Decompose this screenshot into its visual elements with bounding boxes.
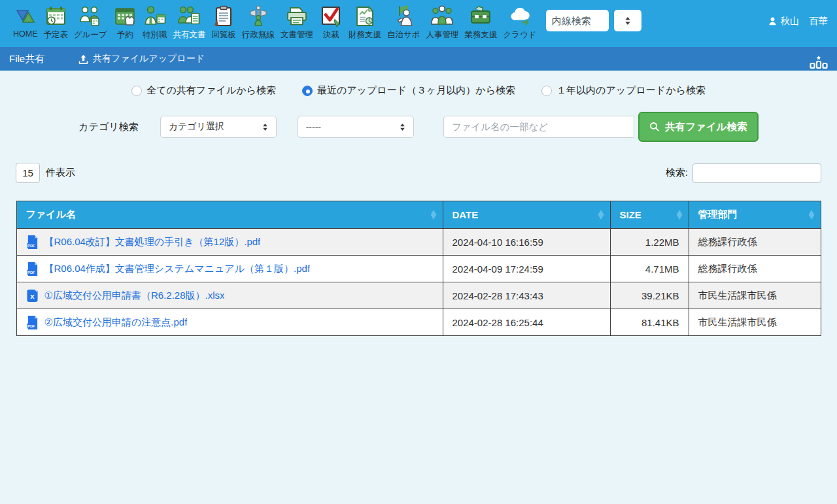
updown-arrows-icon [400, 123, 405, 131]
user-menu[interactable]: 秋山 百華 [768, 15, 828, 27]
radio-label: 最近のアップロード（３ヶ月以内）から検索 [317, 84, 515, 97]
file-link[interactable]: ②広域交付公用申請の注意点.pdf [44, 316, 188, 329]
nav-item-home[interactable]: HOME [12, 5, 39, 39]
filename-search-input[interactable] [443, 116, 634, 138]
nav-item-support[interactable]: 自治サポ [386, 5, 422, 41]
reservation-icon [113, 5, 137, 28]
category-search-row: カテゴリ検索 カテゴリ選択 ----- 共有ファイル検索 [0, 112, 837, 142]
quick-search-label: 検索: [666, 167, 688, 179]
file-link[interactable]: 【R06.04作成】文書管理システムマニュアル（第１版）.pdf [44, 263, 311, 275]
nav-item-wireless[interactable]: 行政無線 [241, 5, 276, 41]
upload-icon [78, 54, 89, 65]
nav-item-label: 業務支援 [464, 29, 497, 41]
nav-item-label: クラウド [503, 29, 536, 41]
shared-file-search-button[interactable]: 共有ファイル検索 [638, 112, 759, 142]
top-navigation-bar: HOME予定表グループ予約特別職共有文書回覧板行政無線文書管理決裁財務支援自治サ… [0, 0, 837, 47]
user-name: 秋山 百華 [781, 15, 828, 27]
extension-search-select[interactable] [614, 10, 641, 31]
nav-item-label: 予定表 [44, 29, 69, 41]
quick-search-input[interactable] [692, 163, 821, 183]
nav-item-business[interactable]: 業務支援 [463, 5, 498, 41]
home-icon [14, 5, 37, 28]
schedule-icon [44, 5, 67, 28]
group-icon [78, 5, 102, 28]
updown-arrows-icon [624, 16, 631, 25]
radio-label: 全ての共有ファイルから検索 [146, 84, 276, 97]
sort-icon[interactable] [809, 210, 815, 220]
column-header-department[interactable]: 管理部門 [689, 201, 821, 229]
radio-circle-icon[interactable] [541, 86, 552, 96]
user-icon [768, 16, 777, 26]
svg-text:PDF: PDF [27, 243, 35, 247]
nav-item-circular-board[interactable]: 回覧板 [210, 5, 237, 41]
upload-label: 共有ファイルアップロード [93, 53, 205, 65]
file-date: 2024-02-28 16:25:44 [443, 309, 610, 336]
file-department: 市民生活課市民係 [689, 309, 821, 336]
file-department: 総務課行政係 [689, 256, 821, 282]
column-header-filename[interactable]: ファイル名 [16, 201, 443, 229]
nav-item-label: 財務支援 [349, 29, 381, 41]
nav-item-hr[interactable]: 人事管理 [424, 5, 460, 41]
file-size: 4.71MB [610, 256, 689, 282]
ranking-icon[interactable] [810, 55, 828, 69]
pdf-file-icon: PDF [26, 235, 39, 250]
nav-item-reservation[interactable]: 予約 [112, 5, 138, 41]
nav-item-finance[interactable]: 財務支援 [347, 5, 383, 41]
nav-item-label: 特別職 [143, 29, 167, 41]
radio-label: １年以内のアップロードから検索 [556, 84, 706, 97]
per-page-label: 件表示 [46, 167, 75, 179]
page-title: File共有 [9, 53, 78, 65]
topnav-items: HOME予定表グループ予約特別職共有文書回覧板行政無線文書管理決裁財務支援自治サ… [12, 5, 538, 41]
nav-item-executive[interactable]: 特別職 [141, 5, 169, 41]
radio-within-1year[interactable]: １年以内のアップロードから検索 [541, 84, 706, 97]
category-select[interactable]: カテゴリ選択 [160, 116, 277, 138]
sort-icon[interactable] [677, 210, 683, 220]
sort-icon[interactable] [431, 210, 437, 220]
subcategory-select[interactable]: ----- [298, 116, 414, 138]
radio-recent-3months[interactable]: 最近のアップロード（３ヶ月以内）から検索 [302, 84, 515, 97]
nav-item-approval[interactable]: 決裁 [318, 5, 344, 41]
sort-icon[interactable] [598, 210, 604, 220]
file-size: 39.21KB [610, 282, 689, 309]
column-header-date[interactable]: DATE [443, 201, 610, 229]
table-body: PDF【R06.04改訂】文書処理の手引き（第12版）.pdf2024-04-1… [16, 229, 821, 336]
pdf-file-icon: PDF [26, 261, 39, 277]
nav-item-doc-management[interactable]: 文書管理 [279, 5, 315, 41]
nav-item-schedule[interactable]: 予定表 [43, 5, 70, 41]
file-link[interactable]: 【R06.04改訂】文書処理の手引き（第12版）.pdf [44, 236, 261, 248]
shared-files-table: ファイル名DATESIZE管理部門 PDF【R06.04改訂】文書処理の手引き（… [16, 201, 821, 336]
nav-item-label: グループ [74, 29, 107, 41]
search-icon [649, 122, 660, 132]
support-icon [392, 5, 415, 28]
radio-circle-icon[interactable] [131, 86, 142, 96]
circular-board-icon [212, 5, 235, 28]
column-header-size[interactable]: SIZE [610, 201, 689, 229]
nav-item-label: 予約 [116, 29, 133, 41]
nav-item-label: 人事管理 [426, 29, 458, 41]
table-row: PDF【R06.04作成】文書管理システムマニュアル（第１版）.pdf2024-… [16, 256, 821, 282]
extension-search-input[interactable] [546, 10, 609, 31]
file-date: 2024-04-09 17:24:59 [443, 256, 610, 282]
excel-file-icon: x [26, 288, 39, 303]
nav-item-group[interactable]: グループ [73, 5, 109, 41]
results-toolbar: 件表示 検索: [0, 163, 837, 183]
nav-item-label: 回覧板 [211, 29, 236, 41]
file-link[interactable]: ①広域交付公用申請書（R6.2.28版）.xlsx [44, 290, 225, 302]
nav-item-label: 行政無線 [242, 29, 275, 41]
file-size: 1.22MB [610, 229, 689, 256]
per-page-input[interactable] [16, 163, 40, 183]
radio-circle-icon[interactable] [302, 86, 313, 96]
nav-item-shared-docs[interactable]: 共有文書 [171, 5, 207, 41]
category-search-label: カテゴリ検索 [78, 121, 138, 133]
wireless-icon [247, 5, 270, 28]
svg-text:x: x [30, 292, 35, 300]
svg-text:PDF: PDF [27, 324, 35, 328]
table-row: PDF②広域交付公用申請の注意点.pdf2024-02-28 16:25:448… [16, 309, 821, 336]
table-row: PDF【R06.04改訂】文書処理の手引き（第12版）.pdf2024-04-1… [16, 229, 821, 256]
shared-docs-icon [177, 5, 201, 28]
radio-all-files[interactable]: 全ての共有ファイルから検索 [131, 84, 276, 97]
finance-icon [353, 5, 377, 28]
shared-file-upload-button[interactable]: 共有ファイルアップロード [78, 53, 205, 65]
nav-item-cloud[interactable]: クラウド [502, 5, 538, 41]
table-row: x①広域交付公用申請書（R6.2.28版）.xlsx2024-02-28 17:… [16, 282, 821, 309]
